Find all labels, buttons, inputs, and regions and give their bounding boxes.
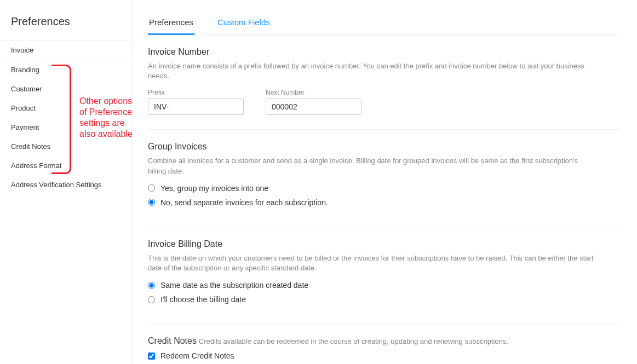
billing-choose-row[interactable]: I'll choose the billing date <box>148 295 621 304</box>
nav-product[interactable]: Product <box>0 99 131 118</box>
redeem-checkbox[interactable] <box>148 353 155 360</box>
billing-date-title: Invoice Billing Date <box>148 239 621 249</box>
next-number-label: Next Number <box>266 89 361 96</box>
next-number-field: Next Number <box>266 89 361 115</box>
section-billing-date: Invoice Billing Date This is the date on… <box>148 227 621 324</box>
sidebar: Preferences Invoice Branding Customer Pr… <box>0 0 131 364</box>
group-yes-label: Yes, group my invoices into one <box>160 184 268 193</box>
group-no-radio[interactable] <box>148 199 155 206</box>
tab-custom-fields[interactable]: Custom Fields <box>216 11 271 35</box>
credit-notes-desc: Credits available can be redeemed in the… <box>199 337 508 345</box>
nav-branding[interactable]: Branding <box>0 60 131 79</box>
nav-address-format[interactable]: Address Format <box>0 156 131 175</box>
group-no-label: No, send separate invoices for each subs… <box>160 198 328 207</box>
nav-payment[interactable]: Payment <box>0 118 131 137</box>
next-number-input[interactable] <box>266 99 361 115</box>
redeem-label: Redeem Credit Notes <box>160 351 234 360</box>
main-content: Preferences Custom Fields Invoice Number… <box>131 0 637 364</box>
tab-preferences[interactable]: Preferences <box>148 11 194 35</box>
nav-invoice[interactable]: Invoice <box>0 41 131 60</box>
billing-date-desc: This is the date on which your customers… <box>148 253 597 273</box>
section-invoice-number: Invoice Number An invoice name consists … <box>148 35 621 130</box>
billing-choose-label: I'll choose the billing date <box>160 295 246 304</box>
group-yes-row[interactable]: Yes, group my invoices into one <box>148 184 621 193</box>
prefix-input[interactable] <box>148 99 244 115</box>
nav-list: Invoice Branding Customer Product Paymen… <box>0 40 131 194</box>
billing-same-radio[interactable] <box>148 282 155 289</box>
group-invoices-title: Group Invoices <box>148 142 621 152</box>
group-invoices-desc: Combine all invoices for a customer and … <box>148 156 597 176</box>
billing-choose-radio[interactable] <box>148 296 155 303</box>
nav-customer[interactable]: Customer <box>0 79 131 99</box>
redeem-row[interactable]: Redeem Credit Notes <box>148 351 621 360</box>
invoice-number-title: Invoice Number <box>148 47 621 57</box>
nav-credit-notes[interactable]: Credit Notes <box>0 137 131 156</box>
prefix-field: Prefix <box>148 89 244 115</box>
prefix-label: Prefix <box>148 89 244 96</box>
billing-same-row[interactable]: Same date as the subscription created da… <box>148 281 621 290</box>
credit-notes-title: Credit Notes <box>148 336 197 345</box>
section-group-invoices: Group Invoices Combine all invoices for … <box>148 130 621 227</box>
nav-address-verification[interactable]: Address Verification Settings <box>0 175 131 194</box>
group-yes-radio[interactable] <box>148 184 155 192</box>
sidebar-title: Preferences <box>0 0 131 40</box>
section-credit-notes: Credit Notes Credits available can be re… <box>148 324 621 364</box>
tab-bar: Preferences Custom Fields <box>148 11 621 35</box>
group-no-row[interactable]: No, send separate invoices for each subs… <box>148 198 621 207</box>
billing-same-label: Same date as the subscription created da… <box>160 281 308 290</box>
invoice-number-desc: An invoice name consists of a prefix fol… <box>148 61 597 81</box>
